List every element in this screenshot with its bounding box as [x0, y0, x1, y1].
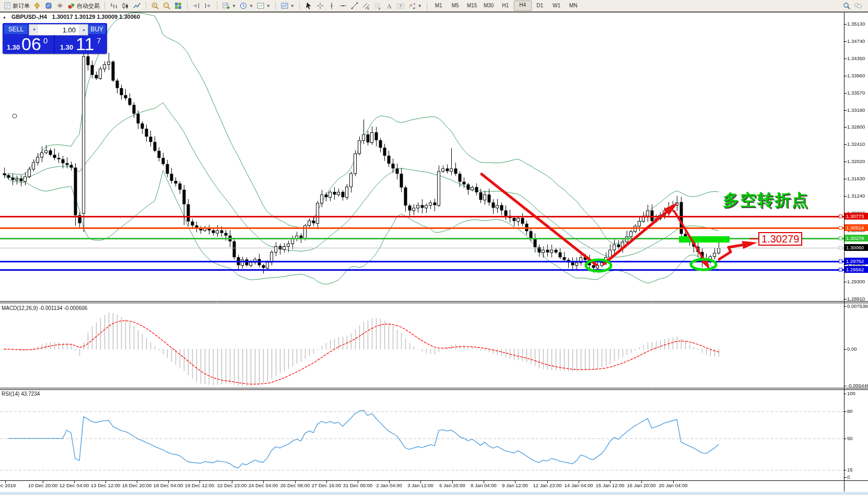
cursor-tool-button[interactable] — [303, 1, 314, 11]
time-tick-label: 20 Jan 04:00 — [655, 482, 691, 488]
cursor-icon — [304, 2, 313, 10]
turning-point-annotation[interactable]: 多空转折点 — [723, 189, 809, 211]
timeframe-m30-button[interactable]: M30 — [480, 1, 497, 10]
chart-title: ▲ GBPUSD-,H4 1.30017 1.30129 1.30009 1.3… — [3, 14, 140, 20]
community-icon — [854, 2, 862, 10]
dropdown-caret-icon[interactable]: ▼ — [249, 4, 253, 8]
timeframe-mn-button[interactable]: MN — [565, 1, 582, 10]
zoom-out-button[interactable] — [161, 1, 172, 11]
price-callout-label[interactable]: 1.30279 — [758, 232, 802, 246]
label-icon: T — [396, 2, 405, 10]
svg-text:E: E — [367, 7, 369, 10]
dropdown-caret-icon[interactable]: ▼ — [232, 4, 236, 8]
zoom-in-button[interactable] — [149, 1, 161, 11]
autotrade-button[interactable]: 自动交易 — [66, 1, 101, 11]
terminal-button[interactable] — [43, 1, 54, 11]
dropdown-caret-icon[interactable]: ▼ — [266, 4, 271, 8]
buy-price-small: 1.30 — [60, 43, 73, 51]
fibonacci-tool-button[interactable]: F — [372, 1, 383, 11]
price-line-tag: 1.29562 — [844, 266, 868, 273]
timeframe-d1-button[interactable]: D1 — [532, 1, 548, 10]
bar-chart-button[interactable] — [108, 1, 120, 11]
chart-shift-button[interactable] — [202, 1, 214, 11]
dropdown-caret-icon[interactable]: ▼ — [418, 4, 422, 8]
rsi-tick-label: 50 — [847, 435, 868, 442]
volume-decrease-button[interactable]: ▼ — [29, 25, 38, 35]
search-button[interactable] — [841, 1, 852, 11]
time-tick-label: 16 Jan 20:00 — [623, 482, 660, 488]
timeframe-h4-button[interactable]: H4 — [514, 1, 532, 11]
terminal-icon — [44, 2, 53, 10]
macd-tick-label: 0.007538 — [847, 303, 868, 309]
vertical-line-tool-button[interactable] — [326, 1, 337, 11]
zoomout-icon — [162, 2, 171, 10]
new-chart-button[interactable]: ▼ — [220, 1, 238, 11]
main-toolbar: 新订单自动交易▼▼▼▼EFAT▼M1M5M15M30H1H4D1W1MN — [0, 0, 868, 13]
time-tick-label: 9 Jan 12:00 — [497, 482, 533, 488]
candlestick-chart-button[interactable] — [120, 1, 131, 11]
toolbar-separator — [217, 2, 217, 10]
toolbar-separator — [146, 2, 146, 10]
trendline-icon — [350, 2, 359, 10]
volume-input[interactable] — [38, 25, 79, 35]
price-tick-label: 1.35130 — [847, 21, 868, 27]
chart-canvas[interactable] — [0, 0, 868, 495]
crosshair-tool-button[interactable] — [314, 1, 326, 11]
mt4-window: 新订单自动交易▼▼▼▼EFAT▼M1M5M15M30H1H4D1W1MN ▲ G… — [0, 0, 868, 495]
arrows-tool-button[interactable]: ▼ — [406, 1, 424, 11]
rsi-tick-label: 0 — [847, 474, 868, 480]
symbol-period-label: GBPUSD-,H4 — [11, 14, 47, 20]
time-tick-label: 3 Jan 12:00 — [402, 482, 439, 488]
rsi-tick-label: 80 — [847, 408, 868, 415]
auto-scroll-button[interactable] — [191, 1, 202, 11]
volume-increase-button[interactable]: ▲ — [79, 25, 88, 35]
signals-button[interactable] — [54, 1, 66, 11]
text-tool-button[interactable]: A — [383, 1, 395, 11]
text-label-tool-button[interactable]: T — [395, 1, 406, 11]
equidistant-channel-tool-button[interactable]: E — [360, 1, 372, 11]
profiles-button[interactable]: ▼ — [238, 1, 255, 11]
trendline-tool-button[interactable] — [349, 1, 360, 11]
macd-indicator-label: MACD(12,26,9) -0.001134 -0.000606 — [2, 305, 87, 311]
autoscroll-icon — [192, 2, 201, 10]
toolbar-separator — [299, 2, 300, 10]
crosshair-icon — [316, 2, 324, 10]
collapse-panel-icon[interactable]: ▲ — [3, 15, 6, 19]
buy-price-sup: 7 — [97, 36, 101, 45]
toolbar-separator — [275, 2, 276, 10]
new-order-button[interactable]: 新订单 — [2, 1, 31, 11]
charttype-icon — [280, 2, 289, 10]
price-line-tag: 1.30773 — [844, 213, 868, 220]
autotrade-button-label: 自动交易 — [77, 2, 100, 10]
vline-icon — [327, 2, 336, 10]
timeframe-w1-button[interactable]: W1 — [548, 1, 565, 10]
horizontal-line-tool-button[interactable] — [337, 1, 349, 11]
time-tick-label: Dec 2019 — [0, 482, 24, 488]
timeframe-m15-button[interactable]: M15 — [464, 1, 480, 10]
price-line-tag: 1.30279 — [844, 235, 868, 241]
templates-button[interactable]: ▼ — [255, 1, 272, 11]
metaeditor-button[interactable] — [31, 1, 43, 11]
price-line-tag: 1.30060 — [844, 244, 868, 251]
sell-button[interactable]: SELL — [4, 25, 28, 34]
price-tick-label: 1.32800 — [847, 124, 868, 130]
line-chart-button[interactable] — [131, 1, 143, 11]
buy-button[interactable]: BUY — [88, 25, 105, 34]
timeframe-m5-button[interactable]: M5 — [447, 1, 464, 10]
one-click-trading-panel: SELL ▼ ▲ BUY 1.30 06 0 1.30 11 7 — [3, 23, 107, 54]
toolbar-separator — [427, 2, 427, 10]
dropdown-caret-icon[interactable]: ▼ — [290, 4, 295, 8]
toolbar-separator — [104, 2, 105, 10]
tile-windows-button[interactable] — [172, 1, 184, 11]
price-tick-label: 1.34350 — [847, 55, 868, 62]
signal-icon — [56, 2, 64, 10]
chart-type-button[interactable]: ▼ — [279, 1, 296, 11]
new-order-button-label: 新订单 — [13, 2, 30, 10]
buy-price-display[interactable]: 1.30 11 7 — [55, 35, 107, 54]
sell-price-display[interactable]: 1.30 06 0 — [3, 35, 55, 54]
price-tick-label: 1.31630 — [847, 176, 868, 182]
price-tick-label: 1.32410 — [847, 141, 868, 147]
timeframe-m1-button[interactable]: M1 — [430, 1, 447, 10]
community-button[interactable] — [852, 1, 864, 11]
timeframe-h1-button[interactable]: H1 — [497, 1, 514, 10]
